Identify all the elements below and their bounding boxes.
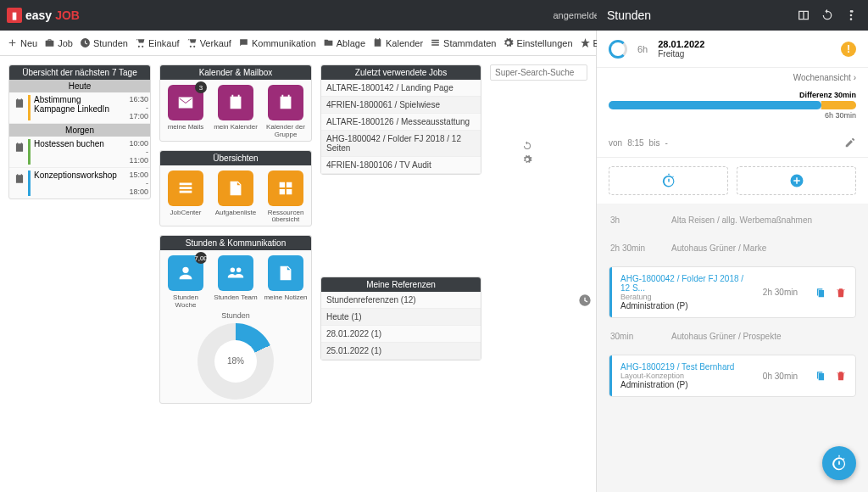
tile-stunden-woche[interactable]: 7,00 Stunden Woche — [164, 255, 208, 310]
group-client: Alta Reisen / allg. Werbemaßnahmen — [671, 215, 812, 225]
tile-stunden-team[interactable]: Stunden Team — [214, 255, 258, 310]
day-date: 28.01.2022 — [658, 39, 704, 49]
tool-label: Verkauf — [200, 38, 231, 48]
briefcase-icon — [44, 37, 55, 48]
tile-aufgabenliste[interactable]: Aufgabenliste — [214, 171, 258, 225]
tool-neu[interactable]: Neu — [7, 37, 37, 48]
tool-einstellungen[interactable]: Einstellungen — [503, 37, 572, 48]
super-search-input[interactable] — [490, 64, 587, 81]
tile-mein-kalender[interactable]: mein Kalender — [214, 85, 258, 139]
entry-group-header: 2h 30minAutohaus Grüner / Marke — [609, 238, 856, 258]
tool-job[interactable]: Job — [44, 37, 73, 48]
panel-layout-icon[interactable] — [797, 8, 810, 22]
chat-icon — [238, 37, 249, 48]
reference-item[interactable]: 28.01.2022 (1) — [321, 326, 481, 343]
delete-icon[interactable] — [835, 287, 847, 299]
add-entry-button[interactable] — [737, 166, 856, 195]
clock-side-icon[interactable] — [578, 294, 592, 310]
group-client: Autohaus Grüner / Prospekte — [671, 332, 782, 341]
hours-comm-card: Stunden & Kommunikation 7,00 Stunden Woc… — [159, 235, 312, 404]
reference-item[interactable]: Heute (1) — [321, 309, 481, 326]
timer-fab[interactable] — [822, 446, 856, 480]
tile-label: Ressourcen übersicht — [264, 210, 308, 225]
calendar-icon — [11, 139, 28, 156]
agenda-section-label: Heute — [9, 80, 150, 92]
tile-kalender-der-gruppe[interactable]: Kalender der Gruppe — [264, 85, 308, 139]
recent-job-item[interactable]: ALTARE-1800126 / Messeausstattung — [321, 114, 481, 131]
folder-icon — [323, 37, 334, 48]
difference-label: Differenz 30min — [597, 87, 868, 101]
cart-icon — [186, 37, 198, 48]
tile-label: Stunden Team — [214, 294, 257, 302]
agenda-color-bar — [28, 171, 31, 196]
total-hours-label: 6h 30min — [609, 111, 856, 120]
plus-icon — [7, 37, 18, 48]
panel-refresh-icon[interactable] — [821, 8, 834, 22]
tile-label: Kalender der Gruppe — [264, 124, 308, 139]
tile-jobcenter[interactable]: JobCenter — [164, 171, 208, 225]
day-progress-bar — [609, 101, 856, 109]
panel-header: Stunden — [597, 0, 868, 31]
copy-icon[interactable] — [815, 287, 826, 299]
tool-stunden[interactable]: Stunden — [80, 37, 128, 48]
entry-group-header: 3hAlta Reisen / allg. Werbemaßnahmen — [609, 210, 856, 230]
reference-item[interactable]: Stundenreferenzen (12) — [321, 292, 481, 309]
entry-admin: Administration (P) — [620, 301, 746, 310]
group-client: Autohaus Grüner / Marke — [671, 243, 766, 253]
tool-kommunikation[interactable]: Kommunikation — [238, 37, 316, 48]
donut-value: 18% — [198, 323, 274, 400]
recent-job-item[interactable]: 4FRIEN-1800106 / TV Audit — [321, 157, 481, 174]
overview-title: Übersichten — [160, 151, 311, 165]
tool-ablage[interactable]: Ablage — [323, 37, 365, 48]
tool-stammdaten[interactable]: Stammdaten — [430, 37, 496, 48]
doc-icon — [218, 171, 253, 206]
tool-verkauf[interactable]: Verkauf — [186, 37, 231, 48]
entry-duration: 2h 30min — [754, 288, 806, 297]
note-icon — [268, 255, 303, 291]
agenda-color-bar — [28, 139, 31, 165]
delete-icon[interactable] — [835, 370, 847, 382]
week-view-link[interactable]: Wochenansicht › — [597, 68, 868, 87]
copy-icon[interactable] — [815, 370, 826, 382]
tile-meine-notizen[interactable]: meine Notizen — [264, 255, 308, 310]
tile-ressourcen-übersicht[interactable]: Ressourcen übersicht — [264, 171, 308, 225]
agenda-item-title: Konzeptionsworkshop — [34, 171, 120, 180]
agenda-item[interactable]: Hostessen buchen 10:00-11:00 — [9, 137, 150, 168]
star-icon — [580, 37, 591, 48]
time-entry[interactable]: AHG-1800042 / Folder FJ 2018 / 12 S... B… — [609, 266, 856, 318]
logo-text-job: JOB — [55, 8, 80, 22]
mailbox-card: Kalender & Mailbox 3 meine Mails mein Ka… — [159, 64, 312, 142]
settings-small-icon[interactable] — [522, 154, 532, 165]
tile-label: Aufgabenliste — [215, 210, 256, 217]
entry-job: AHG-1800042 / Folder FJ 2018 / 12 S... — [620, 274, 746, 293]
agenda-item[interactable]: Konzeptionsworkshop 15:00-18:00 — [9, 168, 150, 198]
tool-label: Ablage — [337, 38, 365, 48]
time-entry[interactable]: AHG-1800219 / Test Bernhard Layout-Konze… — [609, 355, 856, 397]
tool-label: Stammdaten — [443, 38, 496, 48]
refresh-small-icon[interactable] — [522, 141, 532, 151]
agenda-color-bar — [28, 95, 31, 120]
cart-icon — [135, 37, 146, 48]
tile-meine-mails[interactable]: 3 meine Mails — [164, 85, 208, 139]
add-timer-button[interactable] — [609, 166, 728, 195]
tile-label: mein Kalender — [214, 124, 258, 131]
recent-job-item[interactable]: AHG-1800042 / Folder FJ 2018 / 12 Seiten — [321, 131, 481, 157]
edit-time-icon[interactable] — [844, 137, 856, 148]
entry-group-header: 30minAutohaus Grüner / Prospekte — [609, 327, 856, 346]
references-title: Meine Referenzen — [321, 277, 481, 292]
warning-icon[interactable]: ! — [841, 42, 856, 57]
search-side-icons — [522, 141, 532, 165]
people-icon — [218, 255, 253, 291]
tool-kalender[interactable]: Kalender — [372, 37, 423, 48]
agenda-item-time: 15:00-18:00 — [120, 171, 148, 196]
recent-jobs-title: Zuletzt verwendete Jobs — [321, 65, 481, 80]
calg-icon — [268, 85, 303, 120]
recent-job-item[interactable]: ALTARE-1800142 / Landing Page — [321, 80, 481, 97]
tool-einkauf[interactable]: Einkauf — [135, 37, 180, 48]
panel-more-icon[interactable] — [844, 8, 858, 22]
to-time: - — [665, 138, 667, 148]
agenda-item[interactable]: Abstimmung Kampagne LinkedIn 16:30-17:00 — [9, 92, 150, 124]
recent-job-item[interactable]: 4FRIEN-1800061 / Spielwiese — [321, 97, 481, 114]
reference-item[interactable]: 25.01.2022 (1) — [321, 343, 481, 360]
tool-label: Kommunikation — [252, 38, 316, 48]
